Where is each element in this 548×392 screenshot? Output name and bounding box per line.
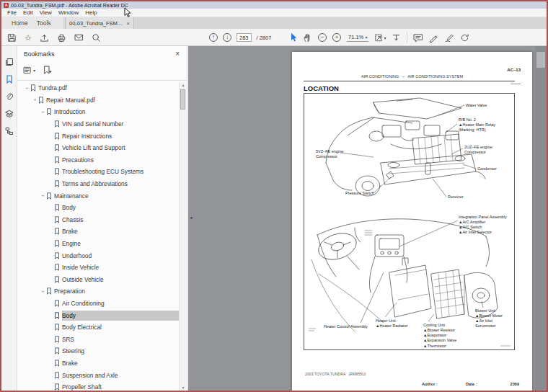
bookmark-label: Chassis: [62, 216, 84, 223]
scroll-up-icon[interactable]: ▲: [180, 83, 187, 87]
bookmark-icon: [54, 360, 60, 367]
bookmark-item[interactable]: Body: [17, 202, 180, 214]
close-panel-icon[interactable]: ×: [175, 50, 180, 58]
chevron-down-icon[interactable]: ›: [40, 192, 46, 199]
bookmark-item[interactable]: Underhood: [17, 249, 180, 262]
fill-sign-icon[interactable]: [444, 33, 454, 43]
bookmark-item[interactable]: Steering: [17, 345, 180, 357]
chevron-down-icon[interactable]: ›: [40, 288, 46, 295]
bookmark-icon: [54, 252, 60, 259]
bookmark-item[interactable]: Brake: [17, 357, 180, 370]
chevron-down-icon[interactable]: ›: [32, 97, 38, 103]
scroll-down-icon[interactable]: ▼: [180, 386, 187, 390]
fit-page-dropdown[interactable]: ▾: [374, 33, 386, 43]
location-diagram: Water Valve R/B No. 2 ▲Heater Main Relay…: [304, 93, 515, 350]
attachments-icon[interactable]: [5, 91, 14, 99]
more-tools-icon[interactable]: [460, 33, 469, 43]
chevron-down-icon[interactable]: ›: [40, 109, 46, 115]
print-icon[interactable]: [57, 33, 66, 43]
bookmark-label: Propeller Shaft: [62, 383, 102, 391]
bookmarks-scrollbar[interactable]: ▲ ▼: [179, 82, 186, 391]
tab-tools[interactable]: Tools: [37, 19, 51, 27]
select-tool-icon[interactable]: [290, 32, 297, 43]
bookmark-item[interactable]: Brake: [17, 226, 180, 238]
bookmark-item[interactable]: Chassis: [17, 214, 180, 226]
bookmark-label: Outside Vehicle: [62, 276, 104, 283]
bookmark-item[interactable]: Propeller Shaft: [17, 381, 180, 391]
bookmark-item[interactable]: ›Repair Manual.pdf: [17, 94, 180, 107]
previous-page-button[interactable]: ↑: [209, 33, 218, 42]
bookmark-item[interactable]: Repair Instructions: [17, 130, 180, 142]
title-bar[interactable]: A 00-03_Tundra_FSM.pdf - Adobe Acrobat R…: [1, 1, 547, 9]
bookmark-icon: [54, 133, 60, 140]
bookmark-item[interactable]: Troubleshooting ECU Systems: [17, 166, 180, 178]
bookmark-item[interactable]: ›Maintenance: [17, 190, 180, 202]
scrollbar-thumb[interactable]: [536, 52, 545, 68]
bookmark-item[interactable]: SRS: [17, 333, 180, 345]
bookmark-item[interactable]: Outside Vehicle: [17, 274, 180, 286]
bookmark-item-selected[interactable]: Body: [17, 309, 180, 321]
window-title: 00-03_Tundra_FSM.pdf - Adobe Acrobat Rea…: [11, 3, 128, 8]
bookmark-item[interactable]: Engine: [17, 238, 180, 250]
bookmark-item[interactable]: Precautions: [17, 154, 180, 166]
menu-window[interactable]: Window: [58, 9, 79, 16]
page-scrolling-icon[interactable]: [392, 33, 401, 43]
bookmark-item[interactable]: Body Electrical: [17, 321, 180, 334]
bookmark-item[interactable]: VIN and Serial Number: [17, 118, 180, 130]
zoom-level-dropdown[interactable]: 71.1% ▾: [347, 34, 368, 42]
menu-view[interactable]: View: [40, 9, 52, 16]
bookmark-item[interactable]: ›Introduction: [17, 106, 180, 118]
menu-file[interactable]: File: [7, 9, 17, 16]
bookmark-icon: [54, 372, 60, 379]
bookmark-item[interactable]: ›Preparation: [17, 285, 180, 298]
tab-home[interactable]: Home: [12, 19, 28, 27]
bookmark-item[interactable]: Inside Vehicle: [17, 262, 180, 274]
pdf-page[interactable]: AC–13 AIR CONDITIONING – AIR CONDITIONIN…: [292, 52, 532, 391]
comment-icon[interactable]: [413, 33, 423, 43]
bookmark-icon: [54, 347, 60, 355]
bookmark-label: Steering: [62, 347, 84, 355]
pencil-icon[interactable]: [429, 33, 438, 43]
new-bookmark-icon[interactable]: [43, 66, 51, 74]
model-tree-icon[interactable]: [5, 125, 14, 134]
document-scrollbar[interactable]: [535, 46, 547, 391]
bookmark-item[interactable]: Terms and Abbreviations: [17, 178, 180, 190]
bookmarks-panel-icon[interactable]: [5, 74, 14, 82]
bookmark-icon: [54, 168, 60, 175]
next-page-button[interactable]: ↓: [223, 33, 231, 42]
bookmark-icon: [54, 144, 60, 151]
menu-edit[interactable]: Edit: [23, 9, 33, 16]
bookmark-label: Vehicle Lift and Support: [62, 144, 125, 151]
search-icon[interactable]: [92, 33, 101, 43]
bookmarks-panel-title: Bookmarks: [24, 50, 55, 58]
chevron-down-icon[interactable]: ›: [24, 85, 30, 92]
zoom-in-button[interactable]: +: [332, 33, 341, 42]
page-thumbnails-icon[interactable]: [5, 56, 14, 65]
bookmark-label: Brake: [62, 228, 78, 235]
save-icon[interactable]: [7, 33, 17, 43]
collapse-panel-icon[interactable]: ◄: [188, 210, 194, 225]
label-blower-unit: Blower Unit ▲Blower Motor ▲Air Inlet Ser…: [475, 308, 514, 329]
menu-help[interactable]: Help: [85, 9, 97, 16]
scrollbar-thumb[interactable]: [180, 89, 185, 110]
hand-tool-icon[interactable]: [303, 33, 312, 43]
email-icon[interactable]: [74, 33, 84, 42]
document-pane[interactable]: ◄ AC–13 AIR CONDITIONING – AIR CONDITION…: [188, 46, 547, 391]
bookmark-options-dropdown[interactable]: ▾: [23, 66, 35, 74]
bookmark-item[interactable]: Air Conditioning: [17, 298, 180, 310]
bookmark-item[interactable]: ›Tundra.pdf: [17, 82, 180, 94]
bookmark-label: Suspension and Axle: [62, 372, 118, 379]
upload-icon[interactable]: [40, 33, 49, 43]
zoom-out-button[interactable]: −: [318, 33, 327, 42]
label-heater-unit: Heater Unit ▲Heater Radiator: [376, 318, 407, 329]
bookmark-icon: [54, 216, 60, 223]
page-footer-author: Author :: [422, 382, 438, 386]
layers-icon[interactable]: [5, 108, 14, 117]
bookmark-item[interactable]: Vehicle Lift and Support: [17, 142, 180, 154]
label-heater-control: Heater Control Assembly: [324, 324, 368, 329]
bookmark-item[interactable]: Suspension and Axle: [17, 369, 180, 381]
navigation-pane-strip: [1, 46, 17, 391]
page-number-input[interactable]: 283: [237, 33, 252, 42]
label-pressure-switch: Pressure Switch: [345, 191, 374, 196]
star-icon[interactable]: ☆: [25, 33, 32, 43]
